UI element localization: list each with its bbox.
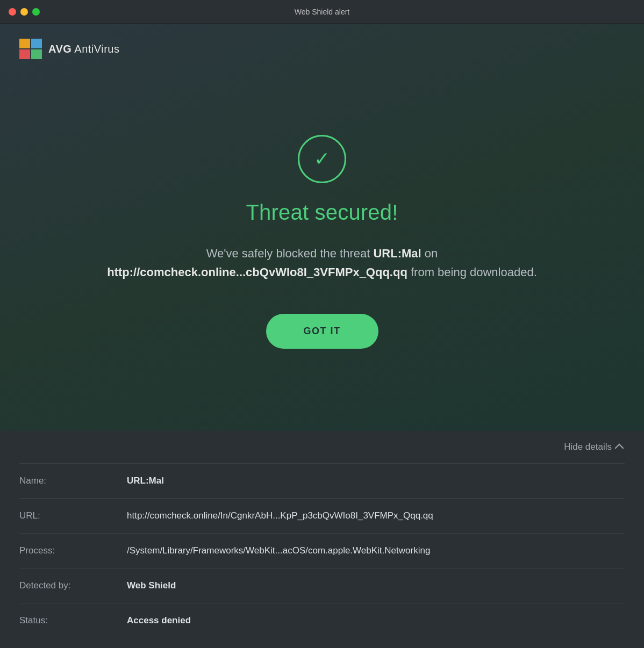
logo-area: AVG AntiVirus bbox=[0, 24, 139, 74]
check-circle: ✓ bbox=[298, 135, 346, 183]
got-it-button[interactable]: GOT IT bbox=[266, 314, 378, 349]
main-content: AVG AntiVirus ✓ Threat secured! We've sa… bbox=[0, 24, 644, 431]
threat-description: We've safely blocked the threat URL:Mal … bbox=[80, 244, 564, 282]
titlebar: Web Shield alert bbox=[0, 0, 644, 24]
maximize-button[interactable] bbox=[32, 8, 40, 16]
description-prefix: We've safely blocked the threat bbox=[206, 247, 374, 260]
center-content: ✓ Threat secured! We've safely blocked t… bbox=[0, 74, 644, 431]
description-suffix: from being downloaded. bbox=[407, 265, 537, 279]
details-panel: Hide details Name:URL:MalURL:http://comc… bbox=[0, 431, 644, 648]
detail-row: URL:http://comcheck.online/In/CgnkrAbH..… bbox=[19, 499, 625, 534]
avg-logo-icon bbox=[19, 39, 43, 59]
threat-name: URL:Mal bbox=[373, 247, 421, 260]
url-display: http://comcheck.online...cbQvWIo8I_3VFMP… bbox=[107, 265, 407, 279]
window-controls bbox=[9, 8, 40, 16]
details-rows: Name:URL:MalURL:http://comcheck.online/I… bbox=[19, 464, 625, 638]
detail-label: Detected by: bbox=[19, 580, 127, 591]
hide-details-label: Hide details bbox=[564, 442, 612, 452]
detail-row: Detected by:Web Shield bbox=[19, 568, 625, 603]
svg-rect-3 bbox=[31, 49, 42, 59]
svg-rect-1 bbox=[31, 39, 42, 48]
minimize-button[interactable] bbox=[20, 8, 28, 16]
detail-value: Web Shield bbox=[127, 580, 176, 591]
detail-label: Status: bbox=[19, 615, 127, 626]
detail-label: Process: bbox=[19, 545, 127, 556]
detail-row: Name:URL:Mal bbox=[19, 464, 625, 499]
hide-details-button[interactable]: Hide details bbox=[564, 442, 622, 452]
brand-name: AVG AntiVirus bbox=[48, 43, 119, 55]
close-button[interactable] bbox=[9, 8, 16, 16]
svg-rect-0 bbox=[19, 39, 30, 48]
checkmark-icon: ✓ bbox=[314, 149, 330, 169]
window-title: Web Shield alert bbox=[295, 8, 349, 16]
svg-rect-2 bbox=[19, 49, 30, 59]
detail-row: Process:/System/Library/Frameworks/WebKi… bbox=[19, 534, 625, 568]
detail-row: Status:Access denied bbox=[19, 603, 625, 638]
detail-label: Name: bbox=[19, 476, 127, 486]
description-middle: on bbox=[421, 247, 438, 260]
detail-value: /System/Library/Frameworks/WebKit...acOS… bbox=[127, 545, 430, 556]
detail-value: Access denied bbox=[127, 615, 191, 626]
detail-value: URL:Mal bbox=[127, 476, 164, 486]
detail-label: URL: bbox=[19, 510, 127, 521]
threat-title: Threat secured! bbox=[246, 200, 398, 225]
hide-details-row: Hide details bbox=[19, 431, 625, 464]
chevron-up-icon bbox=[615, 443, 624, 452]
detail-value: http://comcheck.online/In/CgnkrAbH...KpP… bbox=[127, 510, 433, 521]
